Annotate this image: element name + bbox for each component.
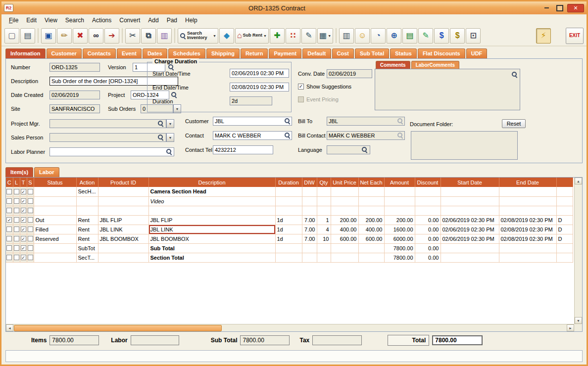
cell-duration[interactable]: 1d — [275, 225, 302, 234]
cut-button[interactable]: ✂ — [125, 28, 140, 44]
h-scrollbar-thumb[interactable] — [14, 325, 222, 331]
bill-contact-field[interactable] — [327, 131, 405, 140]
column-header-end_date[interactable]: End Date — [499, 178, 556, 187]
column-header-description[interactable]: Description — [148, 178, 275, 187]
cell-status[interactable]: Reserved — [34, 234, 76, 243]
sales-person-dropdown-icon[interactable]: ▼ — [166, 133, 174, 142]
column-header-l[interactable]: L — [13, 178, 20, 187]
cell-unit_price[interactable]: 200.00 — [331, 215, 358, 225]
cell-end_date[interactable]: 02/08/2019 02:30 PM — [499, 225, 556, 234]
cell-action[interactable]: SubTot — [76, 243, 98, 253]
row-checkbox-l[interactable] — [14, 189, 19, 194]
billing-computer-button[interactable]: ⊡ — [466, 28, 481, 44]
show-suggestions-checkbox[interactable]: ✓ Show Suggestions — [298, 84, 351, 90]
cell-diw[interactable] — [302, 243, 317, 253]
tab-sub-total[interactable]: Sub Total — [355, 48, 389, 58]
horizontal-scrollbar[interactable]: ◄ ► — [6, 324, 574, 331]
cell-overflow[interactable] — [556, 187, 573, 196]
cell-product_id[interactable] — [98, 196, 148, 206]
cell-duration[interactable]: 1d — [275, 234, 302, 243]
menu-pad[interactable]: Pad — [163, 16, 181, 25]
cell-unit_price[interactable] — [331, 206, 358, 215]
cell-diw[interactable] — [302, 196, 317, 206]
cell-overflow[interactable] — [556, 196, 573, 206]
cell-start_date[interactable]: 02/06/2019 02:30 PM — [441, 225, 499, 234]
conv-date-field[interactable] — [327, 69, 372, 78]
cell-description[interactable]: Camera Section Head — [148, 187, 275, 196]
row-checkbox-s[interactable] — [28, 255, 33, 260]
cell-net_each[interactable]: 400.00 — [358, 225, 384, 234]
menu-convert[interactable]: Convert — [116, 16, 144, 25]
row-checkbox-c[interactable] — [6, 227, 12, 232]
shapes-3d-button[interactable]: ◆ — [219, 28, 234, 44]
cell-discount[interactable]: 0.00 — [415, 215, 441, 225]
cell-qty[interactable]: 10 — [317, 234, 331, 243]
scroll-up-arrow-icon[interactable]: ▲ — [575, 178, 582, 184]
cell-net_each[interactable] — [358, 243, 384, 253]
column-header-duration[interactable]: Duration — [275, 178, 302, 187]
cell-unit_price[interactable]: 400.00 — [331, 225, 358, 234]
row-checkbox-c[interactable] — [6, 255, 12, 260]
end-datetime-field[interactable] — [230, 83, 289, 92]
cell-unit_price[interactable] — [331, 187, 358, 196]
exit-button[interactable]: EXIT — [566, 28, 584, 44]
cell-product_id[interactable]: JBL BOOMBOX — [98, 234, 148, 243]
reset-button[interactable]: Reset — [502, 119, 526, 128]
item-row[interactable]: ✓ — [6, 206, 573, 215]
print-button[interactable]: ▤ — [20, 28, 35, 44]
column-header-amount[interactable]: Amount — [384, 178, 415, 187]
site-field[interactable] — [49, 104, 100, 113]
row-checkbox-l[interactable] — [14, 236, 19, 241]
row-checkbox-t[interactable]: ✓ — [21, 189, 26, 194]
cell-overflow[interactable]: D — [556, 225, 573, 234]
cell-product_id[interactable]: JBL LINK — [98, 225, 148, 234]
cell-product_id[interactable] — [98, 187, 148, 196]
cell-action[interactable]: Rent — [76, 225, 98, 234]
column-header-product_id[interactable]: Product ID — [98, 178, 148, 187]
tab-cost[interactable]: Cost — [332, 48, 354, 58]
cell-diw[interactable]: 7.00 — [302, 215, 317, 225]
row-checkbox-s[interactable] — [28, 208, 33, 213]
total-field[interactable] — [432, 335, 483, 345]
cell-diw[interactable]: 7.00 — [302, 234, 317, 243]
menu-view[interactable]: View — [41, 16, 61, 25]
cell-description[interactable]: JBL LINK — [148, 225, 275, 234]
cell-net_each[interactable] — [358, 187, 384, 196]
column-header-t[interactable]: T — [20, 178, 27, 187]
cell-start_date[interactable] — [441, 253, 499, 262]
cell-start_date[interactable] — [441, 196, 499, 206]
cell-net_each[interactable]: 200.00 — [358, 215, 384, 225]
column-header-start_date[interactable]: Start Date — [441, 178, 499, 187]
cell-end_date[interactable] — [499, 187, 556, 196]
cell-discount[interactable]: 0.00 — [415, 253, 441, 262]
edit-note-button[interactable]: ✎ — [301, 28, 316, 44]
cell-product_id[interactable]: JBL FLIP — [98, 215, 148, 225]
project-mgr-search-icon[interactable] — [157, 120, 164, 127]
scroll-down-arrow-icon[interactable]: ▼ — [575, 317, 582, 324]
tax-total-field[interactable] — [312, 335, 362, 345]
row-checkbox-s[interactable] — [28, 236, 33, 241]
cell-duration[interactable]: 1d — [275, 215, 302, 225]
money-coins-button[interactable]: $ — [450, 28, 465, 44]
comments-textarea[interactable] — [375, 69, 520, 110]
cell-unit_price[interactable] — [331, 253, 358, 262]
maximize-button[interactable] — [554, 4, 566, 12]
project-mgr-dropdown-icon[interactable]: ▼ — [166, 119, 174, 128]
column-header-s[interactable]: S — [27, 178, 34, 187]
item-row[interactable]: ✓Video — [6, 196, 573, 206]
titlebar[interactable]: R2 ORD-1325 Contract ✕ — [1, 1, 587, 14]
column-header-action[interactable]: Action — [76, 178, 98, 187]
cell-duration[interactable] — [275, 187, 302, 196]
comments-tab-comments[interactable]: Comments — [376, 61, 410, 69]
labor-planner-field[interactable] — [49, 147, 174, 156]
row-checkbox-s[interactable] — [28, 227, 33, 232]
cell-unit_price[interactable] — [331, 196, 358, 206]
grid-view-button[interactable]: ▦▼ — [317, 28, 333, 44]
cell-end_date[interactable] — [499, 196, 556, 206]
item-row[interactable]: ✓ReservedRentJBL BOOMBOXJBL BOOMBOX1d7.0… — [6, 234, 573, 243]
cell-status[interactable] — [34, 187, 76, 196]
cell-qty[interactable]: 4 — [317, 225, 331, 234]
row-checkbox-s[interactable] — [28, 217, 33, 223]
cell-net_each[interactable]: 600.00 — [358, 234, 384, 243]
cell-description[interactable]: Section Total — [148, 253, 275, 262]
